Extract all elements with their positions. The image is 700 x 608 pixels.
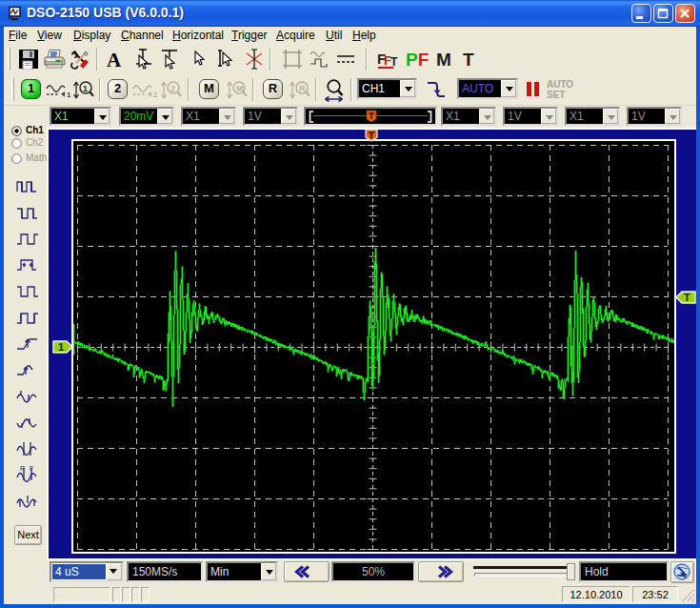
svg-text:1: 1 (58, 341, 64, 353)
svg-text:M: M (236, 84, 244, 93)
svg-text:T: T (684, 292, 690, 303)
svg-text:2: 2 (153, 91, 157, 99)
svg-text:1: 1 (67, 91, 70, 99)
svg-text:R: R (299, 84, 306, 93)
svg-text:1: 1 (83, 84, 88, 93)
svg-text:2: 2 (170, 84, 175, 93)
